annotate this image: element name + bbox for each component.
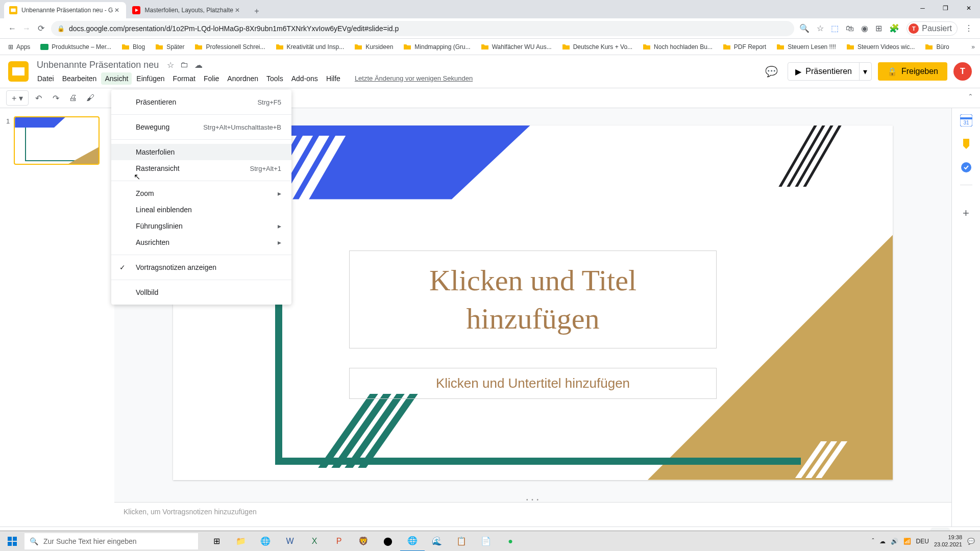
speaker-notes[interactable]: Klicken, um Vortragsnotizen hinzuzufügen <box>114 502 951 527</box>
back-button[interactable]: ← <box>5 21 19 36</box>
explorer-icon[interactable]: 📁 <box>229 531 253 552</box>
bookmark-item[interactable]: Kursideen <box>351 41 396 53</box>
slides-logo[interactable] <box>8 61 29 82</box>
menu-tools[interactable]: Tools <box>263 72 287 85</box>
lock-icon: 🔒 <box>887 67 897 77</box>
menu-icon[interactable]: ⋮ <box>965 23 973 33</box>
move-icon[interactable]: 🗀 <box>180 60 188 70</box>
menu-anordnen[interactable]: Anordnen <box>224 72 262 85</box>
new-slide-button[interactable]: + ▾ <box>6 90 29 106</box>
bookmark-item[interactable]: Büro <box>922 41 952 53</box>
last-edit-link[interactable]: Letzte Änderung vor wenigen Sekunden <box>351 72 476 85</box>
menu-item-bewegung[interactable]: BewegungStrg+Alt+Umschalttaste+B <box>111 119 291 135</box>
wifi-icon[interactable]: 📶 <box>903 538 911 545</box>
chrome-icon[interactable]: 🌐 <box>400 531 425 552</box>
maximize-button[interactable]: ❐ <box>934 0 957 16</box>
onedrive-icon[interactable]: ☁ <box>879 538 886 545</box>
spotify-icon[interactable]: ● <box>498 531 523 552</box>
bookmarks-overflow[interactable]: » <box>971 43 975 51</box>
menu-addons[interactable]: Add-ons <box>288 72 322 85</box>
start-button[interactable] <box>0 531 24 552</box>
bookmark-item[interactable]: Noch hochladen Bu... <box>640 41 716 53</box>
obs-icon[interactable]: ⬤ <box>376 531 400 552</box>
collapse-toolbar-icon[interactable]: ˆ <box>969 93 972 103</box>
menu-item-fuehrungslinien[interactable]: Führungslinien▸ <box>111 218 291 234</box>
bookmark-item[interactable]: Später <box>152 41 187 53</box>
new-tab-button[interactable]: + <box>250 4 264 18</box>
addons-plus-icon[interactable]: + <box>963 207 969 220</box>
bookmark-item[interactable]: Professionell Schrei... <box>191 41 268 53</box>
present-dropdown[interactable]: ▾ <box>859 63 871 80</box>
title-placeholder[interactable]: Klicken und Titel hinzufügen <box>349 251 717 349</box>
profile-chip[interactable]: T Pausiert <box>906 21 958 36</box>
present-button[interactable]: ▶Präsentieren ▾ <box>788 62 872 81</box>
tasks-icon[interactable] <box>960 161 972 173</box>
bookmark-item[interactable]: Blog <box>118 41 148 53</box>
menu-format[interactable]: Format <box>169 72 199 85</box>
bookmark-item[interactable]: Wahlfächer WU Aus... <box>478 41 555 53</box>
account-avatar[interactable]: T <box>953 62 972 81</box>
extension-icon[interactable]: ◉ <box>861 23 868 33</box>
edge-legacy-icon[interactable]: 🌐 <box>253 531 278 552</box>
menu-einfuegen[interactable]: Einfügen <box>133 72 168 85</box>
profile-label: Pausiert <box>922 24 952 33</box>
powerpoint-icon[interactable]: P <box>327 531 351 552</box>
notifications-icon[interactable]: 💬 <box>967 538 975 545</box>
word-icon[interactable]: W <box>278 531 302 552</box>
close-icon[interactable]: ✕ <box>113 6 121 14</box>
menu-item-zoom[interactable]: Zoom▸ <box>111 185 291 202</box>
undo-button[interactable]: ↶ <box>31 90 46 106</box>
bookmark-item[interactable]: Mindmapping (Gru... <box>400 41 473 53</box>
menu-hilfe[interactable]: Hilfe <box>323 72 344 85</box>
bookmark-apps[interactable]: ⊞Apps <box>5 41 33 53</box>
close-button[interactable]: ✕ <box>957 0 980 16</box>
edge-icon[interactable]: 🌊 <box>425 531 449 552</box>
subtitle-placeholder[interactable]: Klicken und Untertitel hinzufügen <box>349 368 717 399</box>
document-title[interactable]: Unbenannte Präsentation neu <box>34 59 162 71</box>
bookmark-item[interactable]: PDF Report <box>720 41 769 53</box>
app-icon[interactable]: 📋 <box>449 531 474 552</box>
taskbar-search[interactable]: 🔍Zur Suche Text hier eingeben <box>24 533 198 549</box>
paint-format-button[interactable]: 🖌 <box>83 90 98 106</box>
cloud-icon[interactable]: ☁ <box>194 60 203 70</box>
menu-item-vortragsnotizen[interactable]: ✓Vortragsnotizen anzeigen <box>111 259 291 276</box>
print-button[interactable]: 🖨 <box>65 90 81 106</box>
bookmark-item[interactable]: Produktsuche – Mer... <box>37 41 114 53</box>
keep-icon[interactable] <box>960 138 972 150</box>
app-icon[interactable]: 📄 <box>474 531 498 552</box>
url-input[interactable]: 🔒 docs.google.com/presentation/d/1o2Pm-L… <box>51 21 794 36</box>
excel-icon[interactable]: X <box>302 531 327 552</box>
tray-chevron-icon[interactable]: ˆ <box>872 538 874 545</box>
forward-button[interactable]: → <box>19 21 34 36</box>
bookmark-item[interactable]: Deutsche Kurs + Vo... <box>559 41 635 53</box>
volume-icon[interactable]: 🔊 <box>891 538 898 545</box>
star-icon[interactable]: ☆ <box>167 60 174 70</box>
comments-button[interactable]: 💬 <box>761 61 781 82</box>
menu-item-vollbild[interactable]: Vollbild <box>111 284 291 300</box>
menu-item-praesentieren[interactable]: PräsentierenStrg+F5 <box>111 94 291 110</box>
brave-icon[interactable]: 🦁 <box>351 531 376 552</box>
notes-resize-handle[interactable]: • • • <box>114 497 951 502</box>
minimize-button[interactable]: ─ <box>911 0 934 16</box>
task-view-icon[interactable]: ⊞ <box>204 531 229 552</box>
clock[interactable]: 19:38 23.02.2021 <box>934 534 962 547</box>
share-button[interactable]: 🔒Freigeben <box>878 62 947 81</box>
language-indicator[interactable]: DEU <box>916 538 929 545</box>
menu-bearbeiten[interactable]: Bearbeiten <box>59 72 101 85</box>
reload-button[interactable]: ⟳ <box>34 21 48 36</box>
slide-thumbnail[interactable] <box>14 116 100 165</box>
apps-icon[interactable]: ⊞ <box>875 23 882 33</box>
browser-tab[interactable]: Masterfolien, Layouts, Platzhalte ✕ <box>127 2 246 18</box>
menu-item-lineal[interactable]: Lineal einblenden <box>111 202 291 218</box>
close-icon[interactable]: ✕ <box>233 6 241 14</box>
menu-ansicht[interactable]: Ansicht <box>101 72 132 85</box>
menu-item-ausrichten[interactable]: Ausrichten▸ <box>111 234 291 251</box>
browser-tab-active[interactable]: Unbenannte Präsentation neu - G ✕ <box>4 2 126 18</box>
calendar-icon[interactable]: 31 <box>960 114 972 127</box>
bookmark-item[interactable]: Kreativität und Insp... <box>273 41 348 53</box>
menu-folie[interactable]: Folie <box>200 72 223 85</box>
redo-button[interactable]: ↷ <box>48 90 63 106</box>
menu-datei[interactable]: Datei <box>34 72 58 85</box>
puzzle-icon[interactable]: 🧩 <box>889 23 899 33</box>
menu-item-masterfolien[interactable]: Masterfolien <box>111 144 291 160</box>
